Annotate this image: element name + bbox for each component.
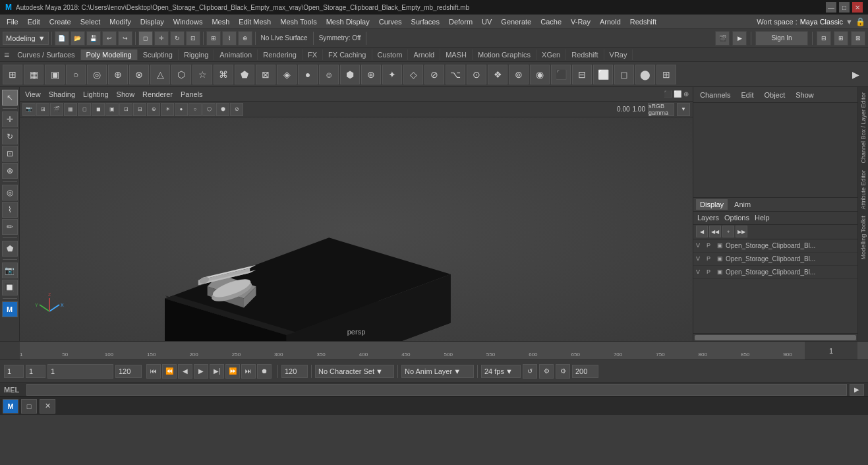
menu-cache[interactable]: Cache — [536, 16, 565, 27]
bc-extra-btn-1[interactable]: ↺ — [523, 364, 537, 379]
shelf-icon-25[interactable]: ◉ — [530, 65, 550, 84]
side-tab-modelling[interactable]: Modelling Toolkit — [859, 213, 868, 262]
layer-v-1[interactable]: V — [696, 255, 704, 262]
render-btn[interactable]: ▶ — [732, 31, 747, 46]
shelf-icon-15[interactable]: ⌾ — [319, 65, 339, 84]
char-set-dropdown[interactable]: No Character Set ▼ — [315, 365, 394, 378]
layer-p-0[interactable]: P — [707, 242, 714, 249]
tab-mash[interactable]: MASH — [440, 49, 473, 60]
object-tab[interactable]: Object — [761, 90, 788, 100]
move-tool-left-btn[interactable]: ✛ — [2, 111, 18, 127]
vp-icon-more3[interactable]: ⊘ — [230, 103, 243, 116]
minimize-btn[interactable]: — — [826, 2, 836, 13]
save-scene-btn[interactable]: 💾 — [86, 31, 101, 46]
layer-v-0[interactable]: V — [696, 242, 704, 249]
layer-tool-1[interactable]: ◀ — [696, 226, 708, 237]
snap-btn[interactable]: 🔲 — [2, 280, 18, 295]
snap-curve-btn[interactable]: ⌇ — [222, 31, 237, 46]
shelf-icon-31[interactable]: ⊞ — [656, 65, 676, 84]
shelf-icon-18[interactable]: ✦ — [382, 65, 402, 84]
taskbar-restore-btn[interactable]: □ — [21, 399, 37, 414]
transport-next-btn[interactable]: ⏩ — [225, 364, 240, 379]
window-controls[interactable]: — □ ✕ — [826, 2, 863, 13]
redo-btn[interactable]: ↪ — [118, 31, 132, 46]
vp-icon-wire[interactable]: ⊟ — [133, 103, 146, 116]
viewport-canvas[interactable]: persp X Y Z — [20, 117, 693, 341]
playback-start-field[interactable]: 1 — [26, 365, 45, 378]
show-manips-btn[interactable]: ⬟ — [2, 241, 18, 257]
sign-in-btn[interactable]: Sign In — [755, 31, 808, 46]
shelf-icon-28[interactable]: ⬜ — [593, 65, 613, 84]
show-tab[interactable]: Show — [793, 90, 817, 100]
shelf-icon-27[interactable]: ⊟ — [572, 65, 592, 84]
shelf-icon-4[interactable]: ◎ — [87, 65, 107, 84]
menu-deform[interactable]: Deform — [445, 16, 477, 27]
shelf-icon-1[interactable]: ▦ — [24, 65, 43, 84]
anim-end-right-field[interactable]: 200 — [572, 365, 598, 378]
lasso-btn[interactable]: ⌇ — [2, 202, 18, 218]
tab-animation[interactable]: Animation — [214, 49, 258, 60]
fps-dropdown[interactable]: 24 fps ▼ — [481, 365, 521, 378]
layer-tool-3[interactable]: + — [722, 226, 734, 237]
maximize-btn[interactable]: □ — [839, 2, 850, 13]
workspace-dropdown-icon[interactable]: ▼ — [846, 18, 853, 26]
vp-icon-display[interactable]: ▦ — [64, 103, 77, 116]
shelf-icon-20[interactable]: ⊘ — [424, 65, 444, 84]
shelf-icon-23[interactable]: ❖ — [488, 65, 507, 84]
transport-play-btn[interactable]: ▶ — [194, 364, 208, 379]
menu-mesh[interactable]: Mesh — [208, 16, 233, 27]
gamma-icon[interactable]: sRGB gamma — [648, 103, 674, 116]
undo-btn[interactable]: ↩ — [102, 31, 117, 46]
menu-display[interactable]: Display — [136, 16, 168, 27]
shelf-icon-8[interactable]: ⬡ — [171, 65, 191, 84]
transport-next-frame-btn[interactable]: ▶| — [210, 364, 224, 379]
tab-poly-modeling[interactable]: Poly Modeling — [81, 49, 138, 60]
shelf-icon-14[interactable]: ● — [298, 65, 318, 84]
shelf-icon-13[interactable]: ◈ — [277, 65, 297, 84]
taskbar-close-btn[interactable]: ✕ — [40, 399, 55, 414]
timeline-ruler[interactable]: 1 50 100 150 200 250 300 350 400 450 500… — [20, 342, 868, 359]
vp-icon-shadow[interactable]: ● — [175, 103, 188, 116]
vp-menu-show[interactable]: Show — [115, 90, 136, 98]
render-settings-btn[interactable]: 🎬 — [715, 31, 730, 46]
shelf-icon-9[interactable]: ☆ — [192, 65, 212, 84]
layers-scrollbar[interactable] — [693, 333, 857, 341]
menu-mesh-display[interactable]: Mesh Display — [322, 16, 374, 27]
mode-dropdown[interactable]: Modeling ▼ — [3, 32, 49, 45]
shelf-icon-19[interactable]: ◇ — [403, 65, 423, 84]
anim-layer-dropdown[interactable]: No Anim Layer ▼ — [401, 365, 474, 378]
menu-arnold[interactable]: Arnold — [596, 16, 625, 27]
scale-tool-btn[interactable]: ⊡ — [186, 31, 200, 46]
vp-icon-grid[interactable]: ⊞ — [36, 103, 49, 116]
menu-modify[interactable]: Modify — [105, 16, 134, 27]
vp-icon-light[interactable]: ☀ — [161, 103, 174, 116]
layer-tool-2[interactable]: ◀◀ — [709, 226, 721, 237]
vp-icon-shading3[interactable]: ▣ — [105, 103, 119, 116]
vp-menu-view[interactable]: View — [24, 90, 42, 98]
tab-fx[interactable]: FX — [303, 49, 323, 60]
vp-icon-shading1[interactable]: ◻ — [78, 103, 91, 116]
layers-sub-tab[interactable]: Layers — [697, 214, 719, 222]
menu-windows[interactable]: Windows — [169, 16, 207, 27]
shelf-icon-3[interactable]: ○ — [66, 65, 86, 84]
snap-point-btn[interactable]: ⊕ — [238, 31, 252, 46]
menu-curves[interactable]: Curves — [375, 16, 406, 27]
menu-redshift[interactable]: Redshift — [626, 16, 660, 27]
bc-extra-btn-2[interactable]: ⚙ — [539, 364, 554, 379]
shelf-icon-11[interactable]: ⬟ — [235, 65, 254, 84]
vp-icon-film[interactable]: 🎬 — [50, 103, 63, 116]
menu-file[interactable]: File — [3, 16, 22, 27]
close-btn[interactable]: ✕ — [852, 2, 863, 13]
menu-uv[interactable]: UV — [478, 16, 496, 27]
select-mode-btn[interactable]: ↖ — [2, 90, 18, 106]
mel-input[interactable] — [26, 384, 847, 396]
transport-prev-frame-btn[interactable]: ◀ — [178, 364, 192, 379]
transport-end-btn[interactable]: ⏭ — [241, 364, 256, 379]
tab-custom[interactable]: Custom — [372, 49, 409, 60]
transport-start-btn[interactable]: ⏮ — [146, 364, 161, 379]
tab-motion-graphics[interactable]: Motion Graphics — [473, 49, 536, 60]
shelf-icon-16[interactable]: ⬢ — [340, 65, 360, 84]
vp-icon-shading2[interactable]: ◼ — [92, 103, 105, 116]
transport-record-btn[interactable]: ⏺ — [257, 364, 272, 379]
vp-icon-shading4[interactable]: ⊡ — [119, 103, 132, 116]
